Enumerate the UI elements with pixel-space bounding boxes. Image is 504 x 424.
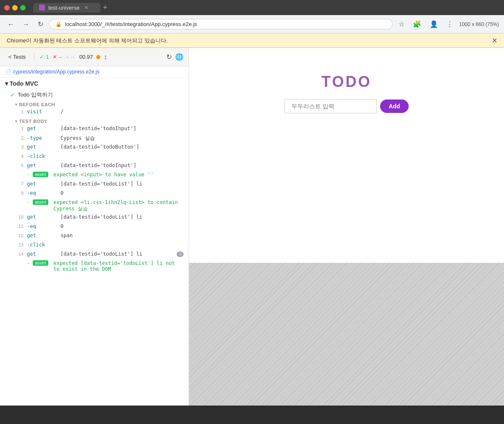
address-bar-input[interactable]: [65, 21, 386, 27]
cmd-row-11[interactable]: 11 -eq 0: [0, 222, 189, 232]
cmd-row-2[interactable]: 1 get [data-testid='todoInput']: [0, 125, 189, 134]
assert-badge-15: assert: [33, 260, 48, 266]
active-tab[interactable]: test-universe ✕: [33, 3, 100, 13]
test-body-label: TEST BODY: [19, 119, 47, 124]
status-dot: [96, 55, 100, 59]
cmd-row-assert-15[interactable]: - assert expected [data-testid='todoList…: [0, 259, 189, 273]
new-tab-button[interactable]: +: [103, 3, 108, 12]
assert-text-15: expected [data-testid='todoList'] li not…: [53, 260, 184, 272]
before-each-label: BEFORE EACH: [19, 102, 55, 107]
lock-icon: 🔒: [55, 21, 62, 27]
cmd-name-2: get: [27, 126, 60, 131]
cmd-num-10: 10: [15, 215, 24, 220]
elapsed-time: 00.97: [79, 54, 93, 60]
address-bar-container: 🔒: [49, 19, 393, 29]
suite-title: Todo MVC: [10, 80, 38, 87]
cmd-row-6[interactable]: 5 get [data-testid='todoInput']: [0, 162, 189, 171]
cmd-arg-10: [data-testid='todoList'] li: [60, 214, 184, 220]
assert-wrap-15: assert expected [data-testid='todoList']…: [33, 260, 184, 272]
cmd-num-1: 1: [15, 109, 24, 114]
maximize-traffic-light[interactable]: [20, 5, 26, 10]
pending-count: --: [71, 54, 74, 60]
cmd-row-1[interactable]: 1 visit /: [0, 108, 189, 117]
cmd-num-5: 4: [15, 154, 24, 159]
cmd-name-8: -eq: [27, 190, 60, 196]
todo-add-button[interactable]: Add: [380, 99, 408, 113]
check-icon: ✓: [39, 54, 44, 60]
profile-button[interactable]: 👤: [427, 18, 441, 30]
assert-text-6: expected <input> to have value '': [53, 172, 184, 178]
cypress-content: 📄 cypress/integration/App.cypress.e2e.js…: [0, 66, 189, 406]
cy-globe-button[interactable]: 🌐: [175, 53, 184, 61]
info-icon[interactable]: ↕: [104, 53, 107, 61]
cmd-arg-12: span: [60, 233, 184, 238]
cmd-num-6: 5: [15, 163, 24, 168]
cmd-arg-4: [data-testid='todoButton']: [60, 144, 184, 150]
cmd-row-14[interactable]: 14 get [data-testid='todoList'] li 0: [0, 250, 189, 259]
cmd-name-13: -click: [27, 242, 60, 248]
assert-wrap-6: assert expected <input> to have value '': [33, 172, 184, 178]
cmd-row-7[interactable]: 7 get [data-testid='todoList'] li: [0, 180, 189, 189]
cmd-row-12[interactable]: 12 get span: [0, 232, 189, 241]
cmd-row-8[interactable]: 8 -eq 0: [0, 189, 189, 199]
section-arrow-2: ▾: [15, 119, 18, 123]
cmd-row-4[interactable]: 3 get [data-testid='todoButton']: [0, 143, 189, 152]
cmd-name-3: -type: [27, 135, 60, 141]
assert-badge-6: assert: [33, 172, 48, 177]
cmd-num-7: 7: [15, 181, 24, 186]
cmd-row-13[interactable]: 13 -click: [0, 241, 189, 250]
cmd-row-3[interactable]: 2 -type Cypress 실습: [0, 134, 189, 143]
file-path-text: cypress/integration/App.cypress.e2e.js: [13, 69, 99, 75]
cmd-name-4: get: [27, 144, 60, 150]
count-badge-14: 0: [177, 251, 184, 257]
automation-banner: Chrome이 자동화된 테스트 소프트웨어에 의해 제어되고 있습니다. ✕: [0, 34, 504, 48]
extensions-button[interactable]: 🧩: [410, 18, 424, 30]
cypress-panel: < Tests ✓ 1 ✕ -- ○ -- 00.97 ↕ ↻ 🌐: [0, 48, 189, 406]
menu-button[interactable]: ⋮: [444, 18, 456, 30]
suite-header: ▾ Todo MVC: [0, 78, 189, 89]
assert-wrap-9: assert expected <li.css-1ihn2lq-List> to…: [33, 199, 184, 212]
cmd-name-1: visit: [27, 109, 60, 115]
cmd-arg-6: [data-testid='todoInput']: [60, 162, 184, 168]
before-each-section: ▾ BEFORE EACH: [0, 100, 189, 108]
banner-close-button[interactable]: ✕: [492, 37, 497, 44]
browser-chrome: test-universe ✕ + ← → ↻ 🔒 ☆ 🧩 👤 ⋮ 1000 x…: [0, 0, 504, 34]
cy-reload-button[interactable]: ↻: [166, 53, 172, 61]
cmd-num-12: 12: [15, 233, 24, 238]
tab-favicon: [39, 5, 45, 10]
tab-title: test-universe: [48, 5, 79, 11]
close-traffic-light[interactable]: [4, 5, 10, 10]
cmd-arg-2: [data-testid='todoInput']: [60, 126, 184, 131]
file-icon: 📄: [5, 69, 11, 75]
circle-icon: ○: [66, 54, 69, 60]
cmd-arg-14: [data-testid='todoList'] li: [60, 251, 177, 257]
assert-text-9: expected <li.css-1ihn2lq-List> to contai…: [53, 199, 184, 212]
main-area: < Tests ✓ 1 ✕ -- ○ -- 00.97 ↕ ↻ 🌐: [0, 48, 504, 406]
cmd-name-12: get: [27, 233, 60, 238]
tab-close-button[interactable]: ✕: [84, 5, 88, 10]
todo-input-field[interactable]: [284, 99, 377, 113]
cmd-name-7: get: [27, 181, 60, 187]
cmd-row-assert-6[interactable]: - assert expected <input> to have value …: [0, 171, 189, 180]
traffic-lights: [4, 5, 26, 10]
cmd-name-5: -click: [27, 153, 60, 159]
cmd-num-4: 3: [15, 144, 24, 149]
suite-collapse-arrow[interactable]: ▾: [5, 80, 8, 87]
app-content: TODO Add: [189, 48, 504, 113]
reload-button[interactable]: ↻: [35, 18, 46, 30]
cmd-row-10[interactable]: 10 get [data-testid='todoList'] li: [0, 213, 189, 222]
fail-indicator: ✕ --: [52, 54, 63, 60]
pass-count: 1: [46, 54, 49, 60]
fail-count: --: [59, 54, 63, 60]
forward-button[interactable]: →: [20, 19, 32, 30]
toolbar-separator: [34, 53, 34, 61]
tests-back-label: < Tests: [8, 54, 26, 60]
todo-input-row: Add: [284, 99, 408, 113]
cmd-row-5[interactable]: 4 -click: [0, 152, 189, 162]
minimize-traffic-light[interactable]: [12, 5, 18, 10]
cmd-row-assert-9[interactable]: - assert expected <li.css-1ihn2lq-List> …: [0, 199, 189, 213]
back-button[interactable]: ←: [5, 19, 17, 30]
bookmark-button[interactable]: ☆: [396, 18, 407, 30]
tests-back-button[interactable]: < Tests: [5, 52, 29, 62]
app-preview: TODO Add: [189, 48, 504, 406]
